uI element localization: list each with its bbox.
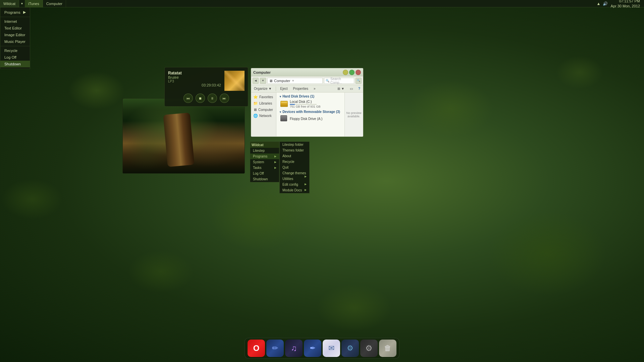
steam-icon: ⚙	[347, 344, 354, 353]
submenu-arrow: ▶	[23, 10, 26, 14]
feather-icon: ✏	[272, 344, 278, 353]
prev-button[interactable]: ⏮	[183, 94, 193, 103]
wildcat-menu-title: Wildcat	[250, 142, 279, 148]
edit-config-arrow: ▶	[305, 183, 307, 186]
pause-button[interactable]: ⏸	[208, 94, 217, 103]
menu-recycle[interactable]: Recycle	[0, 47, 30, 54]
trash-icon: 🗑	[384, 344, 391, 353]
system-arrow: ▶	[274, 161, 276, 164]
dock-mail[interactable]: ✉	[323, 340, 340, 357]
sub-edit-config[interactable]: Edit config ▶	[280, 182, 309, 187]
eject-button[interactable]: Eject	[279, 86, 289, 91]
search-icon: 🔍	[326, 79, 329, 82]
sub-quit[interactable]: Quit	[280, 165, 309, 170]
sidebar-favorites[interactable]: ⭐ Favorites	[251, 94, 276, 100]
dock-itunes[interactable]: ♫	[285, 340, 303, 357]
search-box[interactable]: 🔍 Search Comp...	[324, 78, 354, 84]
menu-logoff[interactable]: Log Off	[0, 54, 30, 61]
tray-icon-1[interactable]: ▲	[596, 1, 601, 6]
taskbar-item-computer[interactable]: Computer	[43, 0, 66, 7]
next-button[interactable]: ⏭	[220, 94, 229, 103]
wildcat-logoff[interactable]: Log Off	[250, 171, 279, 176]
drive-name: Local Disk (C:)	[290, 100, 340, 104]
menu-internet[interactable]: Internet	[0, 18, 30, 25]
music-controls: ⏮ ⏹ ⏸ ⏭	[168, 94, 245, 103]
sub-about[interactable]: About	[280, 153, 309, 159]
favorites-icon: ⭐	[253, 95, 258, 99]
local-disk-c[interactable]: Local Disk (C:) 751 GB free of 931 GB	[278, 99, 343, 109]
music-album: LP3	[168, 79, 221, 83]
music-info: Ratatat Bruléé LP3 03:29:03:42	[168, 71, 245, 91]
sub-recycle[interactable]: Recycle	[280, 159, 309, 165]
menu-image-editor[interactable]: Image Editor	[0, 32, 30, 38]
sub-litestep-folder[interactable]: Litestep folder	[280, 142, 309, 147]
taskbar-arrow[interactable]: ▾	[19, 2, 25, 5]
sub-change-themes[interactable]: Change themes ▶	[280, 170, 309, 176]
sidebar-libraries[interactable]: 📁 Libraries	[251, 100, 276, 107]
module-docs-arrow: ▶	[305, 188, 307, 191]
hdd-icon	[280, 101, 288, 108]
hdd-section[interactable]: Hard Disk Drives (1)	[278, 94, 343, 99]
clock: 07:11:57 PM Apr 30 Mon, 2012	[611, 0, 641, 8]
forward-button[interactable]: ▼	[260, 78, 266, 84]
wildcat-programs[interactable]: Programs ▶	[250, 154, 279, 159]
music-time: 03:29:03:42	[168, 83, 221, 87]
sub-module-docs[interactable]: Module Docs ▶	[280, 187, 309, 193]
help-button[interactable]: ?	[357, 86, 362, 91]
more-button[interactable]: »	[312, 86, 317, 91]
sidebar-computer[interactable]: 🖥 Computer	[251, 107, 276, 113]
computer-icon: 🖥	[253, 108, 257, 112]
itunes-icon: ♫	[291, 344, 297, 353]
file-explorer: Computer ◀ ▼ 🖥 Computer ▼ 🔍 Search Comp.…	[251, 68, 363, 137]
wildcat-shutdown[interactable]: Shutdown	[250, 176, 279, 182]
dock-pages[interactable]: ✒	[304, 340, 321, 357]
explorer-toolbar: Organize ▼ Eject Properties » ⊞ ▼ ▭ ?	[251, 85, 363, 93]
system-tray: ▲ 🔊	[596, 1, 608, 6]
details-pane-toggle[interactable]: ▭	[348, 86, 354, 91]
menu-divider-1	[0, 17, 30, 17]
back-button[interactable]: ◀	[253, 78, 259, 84]
menu-divider-2	[0, 46, 30, 46]
music-title: Ratatat	[168, 71, 221, 75]
music-artist: Bruléé	[168, 75, 221, 79]
explorer-restore[interactable]	[349, 70, 355, 75]
stop-button[interactable]: ⏹	[196, 94, 205, 103]
preview-text: No preview available.	[346, 111, 362, 118]
dock-steam[interactable]: ⚙	[341, 340, 359, 357]
menu-programs[interactable]: Programs ▶	[0, 9, 30, 16]
tray-icon-2[interactable]: 🔊	[603, 1, 608, 6]
address-path[interactable]: 🖥 Computer ▼	[267, 78, 323, 84]
search-button[interactable]: 🔍	[356, 78, 362, 84]
tasks-arrow: ▶	[274, 166, 276, 169]
start-button[interactable]: Wildcat	[0, 0, 19, 7]
prefs-icon: ⚙	[365, 344, 373, 353]
explorer-titlebar: Computer	[251, 68, 363, 76]
dock-opera[interactable]: O	[248, 340, 265, 357]
floppy-drive-a[interactable]: Floppy Disk Drive (A:)	[278, 114, 343, 123]
menu-shutdown[interactable]: Shutdown	[0, 61, 30, 67]
date-display: Apr 30 Mon, 2012	[611, 4, 640, 8]
view-options[interactable]: ⊞ ▼	[336, 86, 346, 91]
media-window	[122, 98, 245, 174]
wildcat-tasks[interactable]: Tasks ▶	[250, 165, 279, 171]
path-text: Computer	[274, 79, 290, 83]
organize-button[interactable]: Organize ▼	[253, 86, 273, 91]
dock-feather[interactable]: ✏	[266, 340, 284, 357]
taskbar-item-itunes[interactable]: iTunes	[25, 0, 43, 7]
properties-button[interactable]: Properties	[292, 86, 310, 91]
toolbar-sep-1	[276, 86, 276, 91]
menu-text-editor[interactable]: Text Editor	[0, 25, 30, 32]
wildcat-litestep[interactable]: Litestep	[250, 148, 279, 154]
dock-trash[interactable]: 🗑	[379, 340, 396, 357]
dock-prefs[interactable]: ⚙	[360, 340, 378, 357]
removable-section[interactable]: Devices with Removable Storage (3)	[278, 109, 343, 114]
menu-music-player[interactable]: Music Player	[0, 38, 30, 45]
taskbar-left: Wildcat ▾ iTunes Computer	[0, 0, 596, 7]
explorer-close[interactable]	[356, 70, 361, 75]
explorer-minimize[interactable]	[343, 70, 348, 75]
sidebar-network[interactable]: 🌐 Network	[251, 113, 276, 119]
sub-themes-folder[interactable]: Themes folder	[280, 147, 309, 153]
wildcat-context-menu: Wildcat Litestep Programs ▶ System ▶ Tas…	[250, 141, 279, 182]
wildcat-system[interactable]: System ▶	[250, 159, 279, 165]
taskbar: Wildcat ▾ iTunes Computer ▲ 🔊 07:11:57 P…	[0, 0, 644, 7]
